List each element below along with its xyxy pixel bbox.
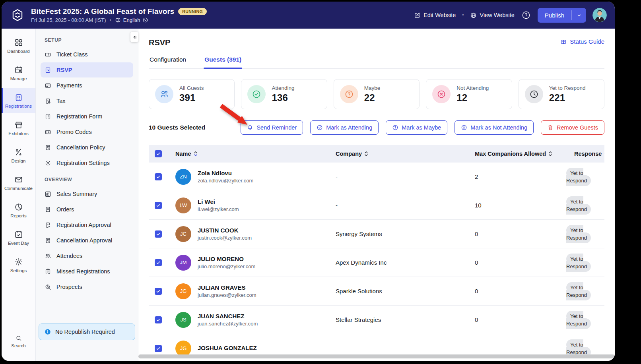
row-checkbox[interactable] [155, 202, 162, 209]
sidebar-item-label: Registration Approval [56, 222, 111, 228]
guest-name: Li Wei [198, 198, 239, 205]
rail-item-icon [14, 120, 23, 129]
selection-bar: 10 Guests Selected Send Reminder Mark as… [149, 120, 604, 135]
view-website-link[interactable]: View Website [470, 12, 514, 19]
mark-as-attending-button[interactable]: Mark as Attending [310, 120, 379, 135]
rail-item-event-day[interactable]: Event Day [2, 225, 35, 250]
screenshot-frame: BiteFest 2025: A Global Feast of Flavors… [0, 0, 641, 364]
sidebar-item-prospects[interactable]: Prospects [41, 279, 133, 294]
stat-card-attending: Attending 136 [241, 79, 327, 109]
republish-notice-text: No Republish Required [55, 329, 115, 335]
table-row: JC JUSTIN COOK justin.cook@zylker.com Sy… [149, 220, 604, 248]
horizontal-scrollbar[interactable] [138, 354, 615, 358]
guest-email: li.wei@zylker.com [198, 206, 239, 212]
help-button[interactable] [521, 10, 531, 20]
chevron-down-icon [576, 12, 582, 18]
tab-configuration[interactable]: Configuration [149, 54, 187, 68]
sidebar-item-payments[interactable]: Payments [41, 78, 133, 93]
stat-icon [247, 85, 266, 103]
rail-item-registrations[interactable]: Registrations [2, 88, 35, 113]
event-datetime: Fri Jul 25, 2025 - 08:00 AM (IST) [31, 17, 106, 23]
sidebar-item-promo-codes[interactable]: Promo Codes [41, 124, 133, 139]
rail-item-icon [14, 175, 23, 184]
sidebar-item-registration-form[interactable]: Registration Form [41, 109, 133, 124]
stat-value: 391 [179, 92, 204, 103]
remove-guests-button[interactable]: Remove Guests [541, 120, 604, 135]
rail-item-settings[interactable]: Settings [2, 253, 35, 277]
column-header-company[interactable]: Company [336, 151, 475, 157]
sidebar-item-tax[interactable]: Tax [41, 93, 133, 108]
action-icon [461, 124, 467, 131]
globe-icon [470, 12, 477, 19]
rail-item-reports[interactable]: Reports [2, 198, 35, 223]
table-header: Name Company Max Companions Allowed Resp… [149, 145, 604, 163]
rail-item-icon [14, 203, 23, 211]
language-selector[interactable]: English [115, 17, 149, 23]
guest-company: - [336, 202, 475, 209]
rail-item-design[interactable]: Design [2, 143, 35, 168]
sidebar-item-ticket-class[interactable]: Ticket Class [41, 47, 133, 62]
rail-item-search[interactable]: Search [2, 329, 35, 354]
sidebar-item-icon [45, 253, 51, 259]
sidebar-item-sales-summary[interactable]: Sales Summary [41, 186, 133, 201]
sidebar-item-orders[interactable]: Orders [41, 202, 133, 217]
stat-card-yet-to-respond: Yet to Respond 221 [519, 79, 604, 109]
mark-as-not-attending-button[interactable]: Mark as Not Attending [455, 120, 534, 135]
sidebar-item-icon [45, 51, 51, 58]
publish-button[interactable]: Publish [538, 8, 571, 23]
status-guide-link[interactable]: Status Guide [560, 38, 604, 45]
table-row: JG JULIAN GRAVES julian.graves@zylker.co… [149, 277, 604, 306]
row-checkbox[interactable] [155, 345, 162, 352]
row-checkbox[interactable] [155, 173, 162, 180]
response-badge: Yet to Respond [566, 282, 591, 300]
row-checkbox[interactable] [155, 316, 162, 323]
collapse-icon [132, 35, 137, 40]
edit-website-link[interactable]: Edit Website [414, 12, 456, 19]
rail-item-exhibitors[interactable]: Exhibitors [2, 116, 35, 140]
mark-as-maybe-button[interactable]: Mark as Maybe [386, 120, 447, 135]
publish-dropdown-button[interactable] [572, 8, 586, 23]
stat-label: Attending [272, 85, 294, 91]
guest-email: justin.cook@zylker.com [198, 235, 252, 241]
guest-name: JULIO MORENO [198, 256, 255, 262]
dot-separator: • [110, 17, 111, 23]
column-header-max-companions[interactable]: Max Companions Allowed [475, 151, 566, 157]
sidebar-section: OVERVIEW Sales Summary Orders Registrati… [41, 177, 133, 294]
bulk-actions: Send Reminder Mark as Attending Mark as … [241, 120, 604, 135]
guest-max-companions: 0 [475, 316, 566, 323]
avatar: JM [175, 255, 191, 271]
sidebar-item-registration-approval[interactable]: Registration Approval [41, 217, 133, 232]
response-badge: Yet to Respond [566, 254, 591, 271]
table-row: LW Li Wei li.wei@zylker.com - 10 Yet to … [149, 191, 604, 220]
column-header-response[interactable]: Response [566, 151, 604, 157]
row-checkbox[interactable] [155, 230, 162, 238]
app-window: BiteFest 2025: A Global Feast of Flavors… [2, 2, 615, 361]
sidebar-item-label: Orders [56, 206, 74, 213]
row-checkbox[interactable] [155, 288, 162, 295]
sidebar-item-rsvp[interactable]: RSVP [41, 62, 133, 77]
rail-item-communicate[interactable]: Communicate [2, 170, 35, 195]
collapse-sidebar-button[interactable] [130, 32, 138, 42]
tab-guests[interactable]: Guests (391) [204, 54, 242, 68]
sidebar-item-label: Ticket Class [56, 51, 87, 58]
sidebar-item-cancellation-policy[interactable]: Cancellation Policy [41, 140, 133, 155]
guest-max-companions: 10 [475, 202, 566, 209]
rail-item-dashboard[interactable]: Dashboard [2, 33, 35, 58]
send-reminder-button[interactable]: Send Reminder [241, 120, 303, 135]
sidebar-item-label: Promo Codes [56, 129, 92, 135]
column-header-name[interactable]: Name [166, 151, 336, 157]
sidebar-item-registration-settings[interactable]: Registration Settings [41, 155, 133, 170]
sidebar-item-missed-registrations[interactable]: Missed Registrations [41, 264, 133, 279]
rail-search-section: Search [2, 324, 35, 361]
user-avatar[interactable] [592, 8, 607, 22]
sidebar-item-label: Prospects [56, 284, 82, 290]
header-checkbox[interactable] [155, 150, 162, 157]
sidebar-item-attendees[interactable]: Attendees [41, 248, 133, 263]
rail-item-manage[interactable]: Manage [2, 61, 35, 85]
sidebar-section-title: OVERVIEW [45, 177, 133, 182]
row-checkbox[interactable] [155, 259, 162, 266]
sidebar-item-cancellation-approval[interactable]: Cancellation Approval [41, 233, 133, 248]
chevron-circle-icon [142, 17, 148, 23]
guest-max-companions: 0 [475, 230, 566, 237]
action-icon [247, 124, 253, 131]
